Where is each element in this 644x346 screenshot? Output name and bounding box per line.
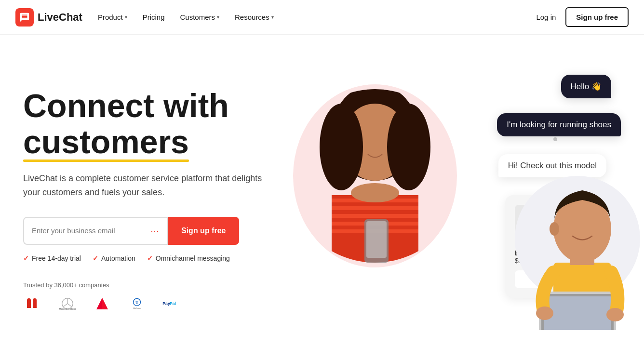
nav-item-pricing[interactable]: Pricing: [143, 13, 165, 21]
livechat-brand-icon: [19, 12, 30, 23]
brand-unilever: U Unilever: [127, 296, 147, 312]
email-icon: ⋯: [150, 226, 159, 236]
hero-subtitle: LiveChat is a complete customer service …: [23, 172, 264, 200]
trusted-section: Trusted by 36,000+ companies Mercedes-Be…: [23, 281, 264, 312]
svg-text:Pal: Pal: [170, 301, 176, 306]
nav-left: LiveChat Product ▾ Pricing Customers ▾ R…: [15, 8, 274, 27]
nav-item-product[interactable]: Product ▾: [98, 13, 127, 21]
chat-bubble-running-shoes: I'm looking for running shoes: [497, 113, 621, 136]
logo-text: LiveChat: [38, 11, 82, 24]
feature-list: ✓ Free 14-day trial ✓ Automation ✓ Omnic…: [23, 254, 264, 262]
hero-right: ✕: [274, 60, 621, 340]
brand-paypal: Pay Pal: [162, 296, 181, 312]
svg-text:Pay: Pay: [162, 301, 170, 306]
check-icon: ✓: [93, 254, 98, 262]
navbar: LiveChat Product ▾ Pricing Customers ▾ R…: [0, 0, 644, 35]
svg-marker-3: [102, 298, 108, 309]
nav-right: Log in Sign up free: [536, 7, 629, 27]
chevron-down-icon: ▾: [271, 14, 274, 20]
email-form: ⋯ Sign up free: [23, 217, 264, 245]
chevron-down-icon: ▾: [125, 14, 127, 20]
man-svg: [515, 147, 644, 330]
check-icon: ✓: [23, 254, 29, 262]
logo[interactable]: LiveChat: [15, 8, 82, 27]
woman-illustration: [288, 60, 462, 277]
feature-item-automation: ✓ Automation: [93, 254, 135, 262]
svg-point-13: [387, 104, 430, 190]
chat-bubble-hello: Hello 👋: [561, 75, 611, 98]
svg-text:Unilever: Unilever: [133, 306, 141, 309]
logo-icon: [15, 8, 34, 27]
hero-title-highlight: customers: [23, 123, 189, 160]
signup-nav-button[interactable]: Sign up free: [565, 7, 629, 27]
svg-point-20: [351, 183, 399, 202]
email-input-wrap: ⋯: [23, 217, 168, 245]
svg-text:Mercedes-Benz: Mercedes-Benz: [59, 307, 76, 310]
man-illustration: [515, 147, 644, 330]
trusted-logos: Mercedes-Benz U Unilever: [23, 296, 264, 312]
nav-item-resources[interactable]: Resources ▾: [235, 13, 274, 21]
brand-adobe: [93, 296, 112, 312]
svg-point-12: [320, 104, 363, 190]
feature-item-omnichannel: ✓ Omnichannel messaging: [147, 254, 230, 262]
svg-rect-16: [332, 206, 418, 210]
nav-item-customers[interactable]: Customers ▾: [180, 13, 219, 21]
brand-mercedes: Mercedes-Benz: [58, 296, 77, 312]
svg-point-39: [606, 308, 624, 321]
svg-point-33: [550, 222, 559, 236]
login-button[interactable]: Log in: [536, 13, 556, 21]
check-icon: ✓: [147, 254, 153, 262]
svg-point-38: [536, 306, 553, 320]
svg-rect-36: [544, 296, 611, 330]
decorative-dot: [553, 137, 557, 141]
chevron-down-icon: ▾: [217, 14, 219, 20]
feature-item-trial: ✓ Free 14-day trial: [23, 254, 81, 262]
hero-section: Connect with customers LiveChat is a com…: [0, 35, 644, 346]
trusted-text: Trusted by 36,000+ companies: [23, 281, 264, 289]
woman-svg: [293, 70, 457, 277]
svg-text:U: U: [135, 300, 138, 305]
hero-left: Connect with customers LiveChat is a com…: [23, 88, 264, 312]
svg-rect-17: [332, 214, 418, 218]
brand-mcdonalds: [23, 296, 42, 312]
hero-title: Connect with customers: [23, 88, 264, 160]
signup-cta-button[interactable]: Sign up free: [168, 217, 239, 245]
email-input[interactable]: [32, 226, 147, 235]
svg-rect-22: [366, 221, 387, 258]
